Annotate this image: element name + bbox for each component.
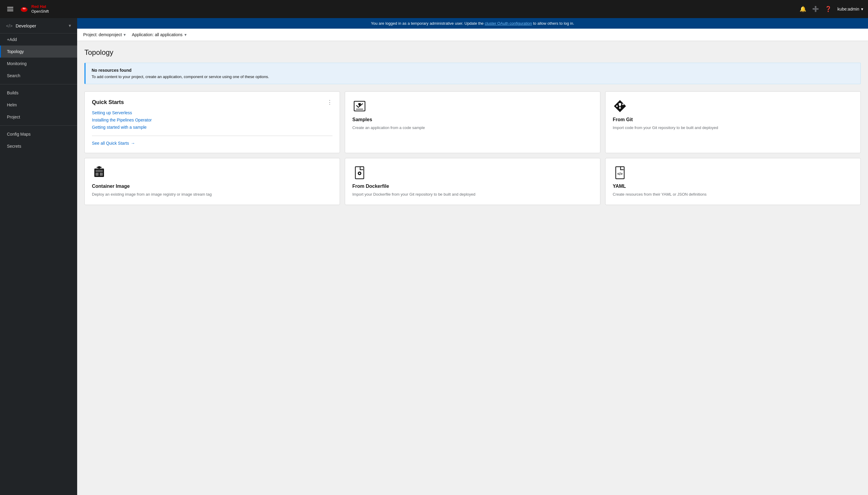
project-selector[interactable]: Project: demoproject ▾	[83, 32, 126, 37]
from-dockerfile-title: From Dockerfile	[352, 184, 593, 189]
application-selector[interactable]: Application: all applications ▾	[132, 32, 186, 37]
add-icon[interactable]: ➕	[812, 6, 819, 12]
from-git-card[interactable]: From Git Import code from your Git repos…	[605, 91, 861, 153]
yaml-title: YAML	[613, 184, 853, 189]
hamburger-menu[interactable]	[5, 4, 16, 14]
no-resources-alert: No resources found To add content to you…	[84, 63, 861, 84]
sidebar-divider-2	[0, 125, 77, 126]
quick-starts-links: Setting up Serverless Installing the Pip…	[92, 110, 332, 130]
project-bar: Project: demoproject ▾ Application: all …	[77, 29, 868, 41]
help-icon[interactable]: ❓	[825, 6, 832, 12]
nav-icons: 🔔 ➕ ❓ kube:admin ▾	[800, 6, 863, 12]
info-banner: You are logged in as a temporary adminis…	[77, 18, 868, 29]
project-dropdown-arrow: ▾	[124, 32, 126, 37]
samples-icon	[352, 99, 367, 113]
cards-grid: Quick Starts ⋮ Setting up Serverless Ins…	[84, 91, 861, 205]
banner-text: You are logged in as a temporary adminis…	[371, 21, 485, 25]
yaml-icon: </>	[613, 166, 627, 180]
sidebar: </> Developer ▾ +Add Topology Monitoring…	[0, 18, 77, 495]
quick-starts-title: Quick Starts	[92, 99, 124, 105]
perspective-dropdown-arrow: ▾	[69, 23, 71, 28]
svg-rect-10	[96, 173, 99, 176]
alert-title: No resources found	[92, 68, 854, 73]
brand-openshift: OpenShift	[31, 9, 49, 14]
arrow-right-icon: →	[131, 141, 135, 146]
perspective-selector[interactable]: </> Developer ▾	[0, 18, 77, 33]
page-title: Topology	[84, 48, 861, 57]
brand-text: Red Hat OpenShift	[31, 4, 49, 14]
sidebar-divider-1	[0, 84, 77, 84]
from-dockerfile-desc: Import your Dockerfile from your Git rep…	[352, 191, 593, 198]
brand-redhat: Red Hat	[31, 4, 49, 9]
svg-rect-11	[100, 173, 103, 176]
application-dropdown-arrow: ▾	[185, 32, 187, 37]
see-all-label: See all Quick Starts	[92, 141, 129, 146]
samples-card[interactable]: Samples Create an application from a cod…	[345, 91, 601, 153]
git-icon	[613, 99, 627, 113]
from-git-title: From Git	[613, 117, 853, 122]
sidebar-item-helm[interactable]: Helm	[0, 99, 77, 111]
sidebar-item-search[interactable]: Search	[0, 70, 77, 82]
container-image-title: Container Image	[92, 184, 332, 189]
svg-point-6	[617, 105, 618, 107]
sidebar-item-add[interactable]: +Add	[0, 33, 77, 46]
notification-icon[interactable]: 🔔	[800, 6, 806, 12]
brand-logo: RH Red Hat OpenShift	[19, 4, 49, 14]
samples-desc: Create an application from a code sample	[352, 125, 593, 131]
project-label: Project: demoproject	[83, 32, 122, 37]
qs-link-serverless[interactable]: Setting up Serverless	[92, 110, 332, 115]
sidebar-item-secrets[interactable]: Secrets	[0, 140, 77, 152]
qs-link-sample[interactable]: Getting started with a sample	[92, 125, 332, 130]
main-content: You are logged in as a temporary adminis…	[77, 18, 868, 495]
container-image-card[interactable]: Container Image Deploy an existing image…	[84, 158, 340, 205]
container-icon	[92, 166, 106, 180]
user-dropdown-arrow: ▾	[861, 7, 863, 12]
sidebar-item-configmaps[interactable]: Config Maps	[0, 128, 77, 140]
see-all-quickstarts-link[interactable]: See all Quick Starts →	[92, 141, 332, 146]
user-menu[interactable]: kube:admin ▾	[837, 7, 863, 12]
quick-starts-header: Quick Starts ⋮	[92, 99, 332, 105]
page-body: Topology No resources found To add conte…	[77, 41, 868, 212]
svg-text:</>: </>	[617, 172, 622, 176]
perspective-icon: </>	[6, 23, 13, 28]
application-label: Application: all applications	[132, 32, 183, 37]
banner-text2: to allow others to log in.	[533, 21, 574, 25]
yaml-card[interactable]: </> YAML Create resources from their YAM…	[605, 158, 861, 205]
sidebar-item-project[interactable]: Project	[0, 111, 77, 123]
samples-title: Samples	[352, 117, 593, 122]
svg-rect-9	[96, 170, 103, 172]
qs-divider	[92, 136, 332, 136]
svg-point-7	[622, 104, 624, 105]
sidebar-item-monitoring[interactable]: Monitoring	[0, 57, 77, 70]
svg-text:RH: RH	[23, 7, 25, 10]
user-name: kube:admin	[837, 7, 859, 12]
top-navigation: RH Red Hat OpenShift 🔔 ➕ ❓ kube:admin ▾	[0, 0, 868, 18]
perspective-label: Developer	[16, 23, 36, 28]
sidebar-item-builds[interactable]: Builds	[0, 87, 77, 99]
from-dockerfile-card[interactable]: From Dockerfile Import your Dockerfile f…	[345, 158, 601, 205]
svg-point-5	[619, 107, 621, 109]
quick-starts-menu-icon[interactable]: ⋮	[327, 99, 332, 105]
oauth-config-link[interactable]: cluster OAuth configuration	[485, 21, 532, 25]
yaml-desc: Create resources from their YAML or JSON…	[613, 191, 853, 198]
quick-starts-card: Quick Starts ⋮ Setting up Serverless Ins…	[84, 91, 340, 153]
redhat-logo-icon: RH	[19, 4, 29, 14]
container-image-desc: Deploy an existing image from an image r…	[92, 191, 332, 198]
sidebar-item-topology[interactable]: Topology	[0, 46, 77, 57]
dockerfile-icon	[352, 166, 367, 180]
from-git-desc: Import code from your Git repository to …	[613, 125, 853, 131]
alert-text: To add content to your project, create a…	[92, 74, 854, 79]
qs-link-pipelines[interactable]: Installing the Pipelines Operator	[92, 118, 332, 122]
